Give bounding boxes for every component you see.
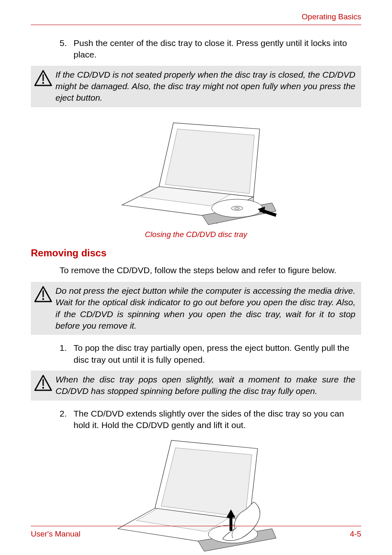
header-section-title: Operating Basics <box>31 12 361 25</box>
caution-block: If the CD/DVD is not seated properly whe… <box>31 66 361 107</box>
list-number: 1. <box>60 342 74 366</box>
list-number: 5. <box>60 37 74 61</box>
list-text: To pop the disc tray partially open, pre… <box>74 342 361 366</box>
caution-block: When the disc tray pops open slightly, w… <box>31 371 361 401</box>
svg-point-18 <box>42 387 44 389</box>
caution-text: Do not press the eject button while the … <box>55 285 357 332</box>
section-heading-removing-discs: Removing discs <box>31 247 361 259</box>
svg-marker-6 <box>165 129 254 193</box>
figure-image <box>110 115 282 228</box>
caution-text: When the disc tray pops open slightly, w… <box>55 374 357 397</box>
footer-page-number: 4-5 <box>350 530 361 539</box>
svg-point-9 <box>212 199 263 217</box>
figure-closing-tray: Closing the CD/DVD disc tray <box>31 115 361 239</box>
svg-point-15 <box>42 298 44 300</box>
footer-rule <box>31 526 361 526</box>
figure-caption: Closing the CD/DVD disc tray <box>145 230 247 239</box>
caution-block: Do not press the eject button while the … <box>31 282 361 335</box>
caution-icon <box>31 69 55 86</box>
list-item: 5. Push the center of the disc tray to c… <box>60 37 361 61</box>
header-rule <box>31 25 361 25</box>
caution-text: If the CD/DVD is not seated properly whe… <box>55 69 357 104</box>
list-item: 2. The CD/DVD extends slightly over the … <box>60 408 361 431</box>
intro-paragraph: To remove the CD/DVD, follow the steps b… <box>60 265 361 276</box>
page-footer: User's Manual 4-5 <box>31 526 361 539</box>
list-item: 1. To pop the disc tray partially open, … <box>60 342 361 366</box>
caution-icon <box>31 285 55 302</box>
list-text: Push the center of the disc tray to clos… <box>74 37 361 61</box>
footer-manual-title: User's Manual <box>31 530 81 539</box>
list-text: The CD/DVD extends slightly over the sid… <box>74 408 361 431</box>
caution-icon <box>31 374 55 391</box>
svg-point-2 <box>42 82 44 83</box>
list-number: 2. <box>60 408 74 431</box>
svg-marker-22 <box>161 448 252 517</box>
